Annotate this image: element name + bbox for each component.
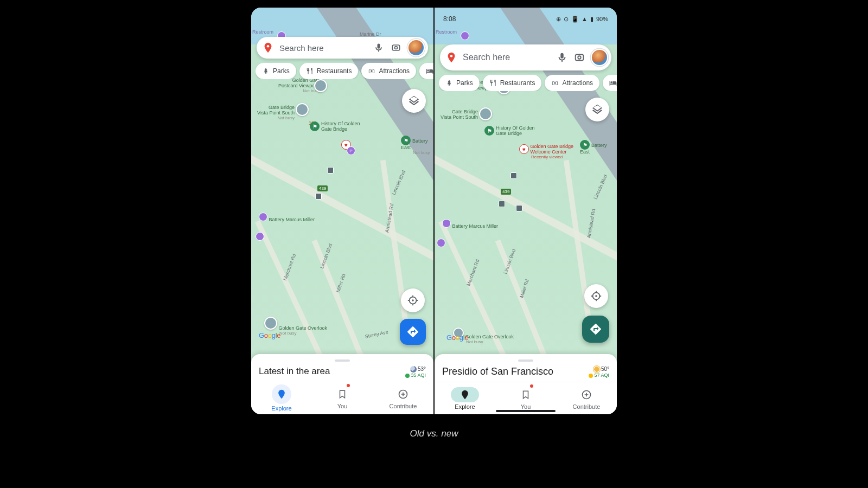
poi-photo-pin-2[interactable] xyxy=(479,107,492,120)
caption: Old vs. new xyxy=(410,428,458,439)
category-chips: Parks Restaurants Attractions Hotels xyxy=(439,75,617,91)
plus-circle-icon xyxy=(581,389,592,400)
poi-marcus[interactable]: Battery Marcus Miller xyxy=(259,213,315,223)
chip-restaurants[interactable]: Restaurants xyxy=(299,63,359,79)
tree-icon xyxy=(445,79,453,87)
chip-hotels[interactable]: Hotels xyxy=(603,75,617,91)
poi-vista-south[interactable]: Gate Bridge Vista Point South xyxy=(435,110,478,120)
status-bar: 8:08 ⊕ ⊙ 📳 ▲ ▮ 90% xyxy=(435,8,617,30)
profile-avatar[interactable] xyxy=(407,39,425,56)
svg-point-5 xyxy=(412,299,414,301)
plus-circle-icon xyxy=(398,389,409,400)
parking-pin-icon[interactable]: P xyxy=(347,146,355,155)
svg-point-0 xyxy=(267,45,270,48)
purple-pin-icon[interactable] xyxy=(461,31,469,40)
google-watermark: Google xyxy=(446,333,468,342)
phone-old: Lincoln Blvd Lincoln Blvd Merchant Rd Mi… xyxy=(251,8,433,414)
poi-history[interactable]: ⚑History Of Golden Gate Bridge xyxy=(310,121,360,132)
nav-contribute[interactable]: Contribute xyxy=(556,382,617,414)
svg-rect-1 xyxy=(392,45,399,50)
chip-attractions[interactable]: Attractions xyxy=(545,75,599,91)
flag-icon: ⚑ xyxy=(484,126,494,136)
square-pin-icon[interactable] xyxy=(516,205,522,211)
flag-icon: ⚑ xyxy=(401,136,411,145)
chip-hotels[interactable]: Hotels xyxy=(419,63,433,79)
aqi-dot-icon xyxy=(405,374,410,378)
status-time: 8:08 xyxy=(443,15,456,23)
poi-battery-east[interactable]: ⚑Battery East xyxy=(580,140,617,155)
layers-button[interactable] xyxy=(402,89,426,113)
directions-button[interactable] xyxy=(582,316,609,343)
microphone-icon[interactable] xyxy=(556,52,568,63)
road-label-merchant: Merchant Rd xyxy=(282,253,297,281)
purple-pin-icon[interactable] xyxy=(256,232,264,241)
poi-restroom[interactable]: Restroom xyxy=(252,29,273,35)
nav-you[interactable]: You xyxy=(312,382,373,414)
lens-icon[interactable] xyxy=(390,42,402,54)
sun-icon xyxy=(593,366,600,373)
directions-button[interactable] xyxy=(400,319,426,345)
chip-attractions[interactable]: Attractions xyxy=(361,63,416,79)
svg-point-7 xyxy=(450,55,453,57)
poi-welcome-center[interactable]: ♥ Golden Gate Bridge Welcome Center Rece… xyxy=(519,144,573,160)
poi-photo-pin-3 xyxy=(264,317,277,330)
sheet-drag-handle[interactable] xyxy=(518,359,533,362)
weather-widget[interactable]: 53° 35 AQI xyxy=(405,366,426,378)
phone-new: 8:08 ⊕ ⊙ 📳 ▲ ▮ 90% Lincoln Blvd Lincoln … xyxy=(435,8,617,414)
restaurant-icon xyxy=(306,67,314,75)
vpn-icon: ⊕ xyxy=(556,16,561,23)
nav-explore[interactable]: Explore xyxy=(435,382,495,414)
square-pin-icon[interactable] xyxy=(315,193,322,200)
nav-contribute[interactable]: Contribute xyxy=(373,382,433,414)
purple-pin-icon xyxy=(442,219,451,228)
search-bar[interactable]: Search here xyxy=(440,44,611,70)
purple-pin-icon[interactable] xyxy=(437,239,445,247)
sheet-drag-handle[interactable] xyxy=(335,359,350,362)
layers-icon xyxy=(591,104,603,115)
poi-marcus[interactable]: Battery Marcus Miller xyxy=(442,219,498,229)
layers-button[interactable] xyxy=(585,98,609,121)
maps-pin-icon xyxy=(445,52,457,63)
square-pin-icon[interactable] xyxy=(510,172,517,179)
poi-photo-pin[interactable] xyxy=(314,79,327,92)
profile-avatar[interactable] xyxy=(591,49,608,66)
svg-point-9 xyxy=(578,56,581,59)
road-label-armistead: Armistead Rd xyxy=(586,208,596,238)
search-bar[interactable]: Search here xyxy=(257,37,428,59)
chip-parks[interactable]: Parks xyxy=(256,63,296,79)
layers-icon xyxy=(408,95,420,107)
route-badge-439: 439 xyxy=(501,189,511,195)
poi-photo-pin-2[interactable] xyxy=(296,103,309,116)
bottom-sheet[interactable]: Latest in the area 53° 35 AQI xyxy=(251,354,433,382)
google-watermark: Google xyxy=(259,331,280,339)
sheet-title: Presidio of San Francisco xyxy=(442,366,553,377)
search-placeholder: Search here xyxy=(463,53,551,62)
gesture-bar[interactable] xyxy=(496,410,556,412)
my-location-button[interactable] xyxy=(584,284,608,308)
poi-battery-east[interactable]: ⚑Battery EastNot busy xyxy=(401,136,433,156)
poi-history[interactable]: ⚑History Of Golden Gate Bridge xyxy=(484,126,535,137)
restaurant-icon xyxy=(489,79,497,87)
road-label-lincoln: Lincoln Blvd xyxy=(592,174,608,200)
microphone-icon[interactable] xyxy=(373,42,385,54)
flag-icon: ⚑ xyxy=(580,140,590,150)
square-pin-icon[interactable] xyxy=(499,201,505,207)
chip-parks[interactable]: Parks xyxy=(439,75,480,91)
location-icon: ⊙ xyxy=(564,16,569,23)
bottom-sheet[interactable]: Presidio of San Francisco 50° 57 AQI xyxy=(435,354,617,382)
notification-dot xyxy=(530,384,533,388)
crosshair-icon xyxy=(590,290,602,302)
my-location-button[interactable] xyxy=(401,288,425,312)
lens-icon[interactable] xyxy=(573,52,585,63)
svg-point-10 xyxy=(554,82,557,84)
weather-widget[interactable]: 50° 57 AQI xyxy=(589,366,609,378)
chip-restaurants[interactable]: Restaurants xyxy=(483,75,542,91)
nav-explore[interactable]: Explore xyxy=(251,382,312,414)
poi-vista-south[interactable]: Gate Bridge Vista Point SouthNot busy xyxy=(251,105,295,121)
flag-icon: ⚑ xyxy=(310,121,320,131)
maps-pin-icon xyxy=(262,42,274,54)
square-pin-icon[interactable] xyxy=(327,167,334,174)
crosshair-icon xyxy=(407,294,419,306)
road-label-storey: Storey Ave xyxy=(365,329,389,339)
sheet-title: Latest in the area xyxy=(259,366,330,377)
